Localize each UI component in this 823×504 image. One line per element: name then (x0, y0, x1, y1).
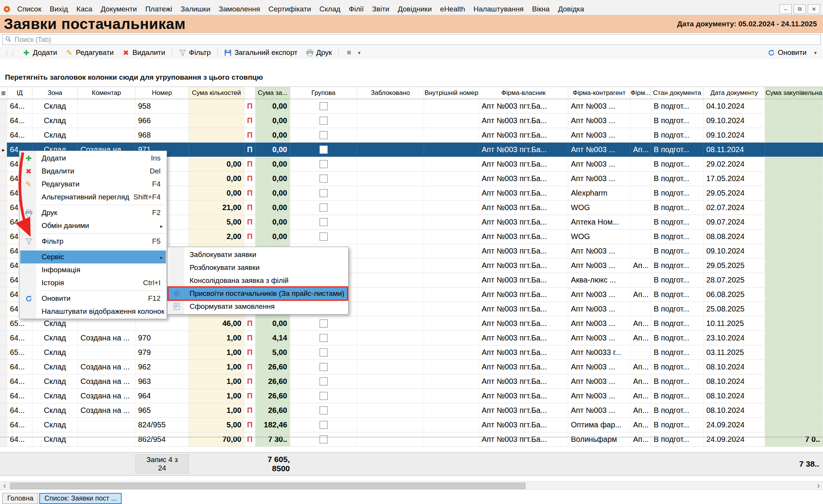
menubar-item[interactable]: Довідники (394, 4, 436, 14)
chevron-down-icon[interactable]: ▾ (812, 50, 819, 56)
checkbox[interactable] (320, 102, 328, 110)
table-row[interactable]: 64...СкладСоздана на ...9631,00П26,60Апт… (0, 374, 823, 389)
context-menu-item[interactable]: Альтернативний переглядShift+F4 (20, 191, 166, 204)
submenu-item[interactable]: Розблокувати заявки (168, 261, 347, 274)
menubar-item[interactable]: Сертифікати (264, 4, 315, 14)
submenu-item[interactable]: Консолідована заявка з філій (168, 274, 347, 287)
column-header[interactable]: ІД (7, 87, 32, 99)
filter-button[interactable]: Фільтр (175, 47, 214, 58)
column-header[interactable]: Заблоковано (357, 87, 424, 99)
view-options-button[interactable]: ≡ ▾ (342, 47, 366, 58)
checkbox[interactable] (320, 392, 328, 400)
column-header[interactable]: Внутрішній номер (424, 87, 479, 99)
menubar-item[interactable]: Замовлення (215, 4, 264, 14)
column-header[interactable]: Коментар (78, 87, 135, 99)
window-tab[interactable]: Список: Заявки пост ... (39, 493, 122, 504)
column-header[interactable] (244, 87, 256, 99)
table-row[interactable]: 64...Склад862/95470,00П7 30..Апт №003 пг… (0, 432, 823, 447)
checkbox[interactable] (320, 406, 328, 414)
context-menu-item[interactable]: ✎РедагуватиF4 (20, 178, 166, 191)
table-row[interactable]: 64...СкладСоздана на ...9651,00П26,60Апт… (0, 403, 823, 418)
column-header[interactable]: Номер (135, 87, 189, 99)
menubar-item[interactable]: Залишки (177, 4, 215, 14)
table-row[interactable]: 64...СкладСоздана на ...9701,00П4,14Апт … (0, 331, 823, 345)
context-menu-item[interactable]: ✖ВидалитиDel (20, 165, 166, 178)
table-row[interactable]: 64...Склад824/9555,00П182,46Апт №003 пгт… (0, 418, 823, 432)
checkbox[interactable] (320, 131, 328, 139)
menubar-item[interactable]: Каса (72, 4, 96, 14)
restore-button[interactable]: ⧉ (794, 4, 806, 14)
menubar-item[interactable]: Склад (315, 4, 345, 14)
export-button[interactable]: Загальний експорт (221, 47, 301, 58)
scroll-left-button[interactable]: ‹ (0, 482, 9, 490)
checkbox[interactable] (320, 319, 328, 327)
checkbox[interactable] (320, 160, 328, 168)
checkbox[interactable] (320, 117, 328, 125)
checkbox[interactable] (320, 233, 328, 241)
add-button[interactable]: ✚ Додати (19, 47, 61, 58)
menubar-item[interactable]: Налаштування (469, 4, 528, 14)
column-header[interactable]: Сума за... (256, 87, 290, 99)
table-row[interactable]: 65...Склад9791,00П5,00Апт №003 пгт.Ба...… (0, 345, 823, 360)
context-menu-item[interactable]: Інформація (20, 263, 166, 276)
table-row[interactable]: 64...СкладСоздана на ...9621,00П26,60Апт… (0, 360, 823, 374)
column-header[interactable]: Сума закупівельна (765, 87, 823, 99)
delete-button[interactable]: ✖ Видалити (119, 47, 169, 58)
context-menu-item[interactable]: ФільтрF5 (20, 235, 166, 248)
print-button[interactable]: Друк (302, 47, 335, 58)
context-menu-item[interactable]: ДрукF2 (20, 206, 166, 219)
minimize-button[interactable]: – (780, 4, 792, 14)
submenu-item[interactable]: Присвоїти постачальників (За прайс-листа… (168, 287, 347, 300)
checkbox[interactable] (320, 175, 328, 183)
context-menu-item[interactable]: Налаштувати відображення колонок (20, 305, 166, 318)
menubar-item[interactable]: Філії (345, 4, 368, 14)
checkbox[interactable] (320, 189, 328, 197)
menubar-item[interactable]: Вікна (528, 4, 554, 14)
checkbox[interactable] (320, 334, 328, 342)
column-header[interactable]: Зона (32, 87, 78, 99)
checkbox[interactable] (320, 377, 328, 385)
grid-corner-icon[interactable]: ▦ (0, 87, 7, 99)
table-row[interactable]: 64...Склад966П0,00Апт №003 пгт.Ба...Апт … (0, 114, 823, 128)
context-menu-item[interactable]: Обмін даними▸ (20, 219, 166, 232)
checkbox[interactable] (320, 218, 328, 226)
table-row[interactable]: 64...Склад968П0,00Апт №003 пгт.Ба...Апт … (0, 128, 823, 143)
menubar-item[interactable]: Документи (96, 4, 141, 14)
menubar-item[interactable]: Платежі (141, 4, 177, 14)
table-row[interactable]: 64...Склад958П0,00Апт №003 пгт.Ба...Апт … (0, 99, 823, 114)
column-header[interactable]: Стан документа (651, 87, 704, 99)
column-header[interactable]: Фірма-контрагент (568, 87, 630, 99)
search-input[interactable] (14, 35, 818, 44)
horizontal-scrollbar[interactable]: ‹ › (0, 481, 823, 490)
edit-button[interactable]: ✎ Редагувати (62, 47, 117, 58)
close-button[interactable]: ✕ (808, 4, 820, 14)
scroll-right-button[interactable]: › (814, 482, 823, 490)
checkbox[interactable] (320, 146, 328, 154)
refresh-button[interactable]: Оновити (764, 47, 810, 58)
context-menu-item[interactable]: ОновитиF12 (20, 292, 166, 305)
context-menu-item[interactable]: Сервіс▸ (20, 250, 166, 263)
column-header[interactable]: Дата документу (704, 87, 765, 99)
menubar-item[interactable]: Вихід (45, 4, 72, 14)
menubar-item[interactable]: Звіти (368, 4, 394, 14)
column-header[interactable]: Групова (290, 87, 357, 99)
scrollbar-thumb[interactable] (10, 483, 526, 489)
checkbox[interactable] (320, 363, 328, 371)
column-header[interactable]: Сума кількостей (189, 87, 244, 99)
submenu-item[interactable]: Заблокувати заявки (168, 248, 347, 261)
table-row[interactable]: 64...СкладСоздана на ...9641,00П26,60Апт… (0, 389, 823, 403)
checkbox[interactable] (320, 348, 328, 356)
checkbox[interactable] (320, 204, 328, 212)
menubar-item[interactable]: eHealth (436, 4, 469, 14)
submenu-item[interactable]: Сформувати замовлення (168, 300, 347, 313)
column-header[interactable]: Фірм... (630, 87, 651, 99)
context-menu-item[interactable]: ✚ДодатиIns (20, 152, 166, 165)
menu-item-label: Сервіс (20, 253, 64, 261)
checkbox[interactable] (320, 421, 328, 429)
column-header[interactable]: Фірма-власник (479, 87, 568, 99)
window-tab[interactable]: Головна (2, 493, 38, 504)
menubar-item[interactable]: Список (13, 4, 45, 14)
context-menu-item[interactable]: ІсторіяCtrl+I (20, 276, 166, 289)
table-cell (424, 99, 479, 113)
menubar-item[interactable]: Довідка (554, 4, 588, 14)
